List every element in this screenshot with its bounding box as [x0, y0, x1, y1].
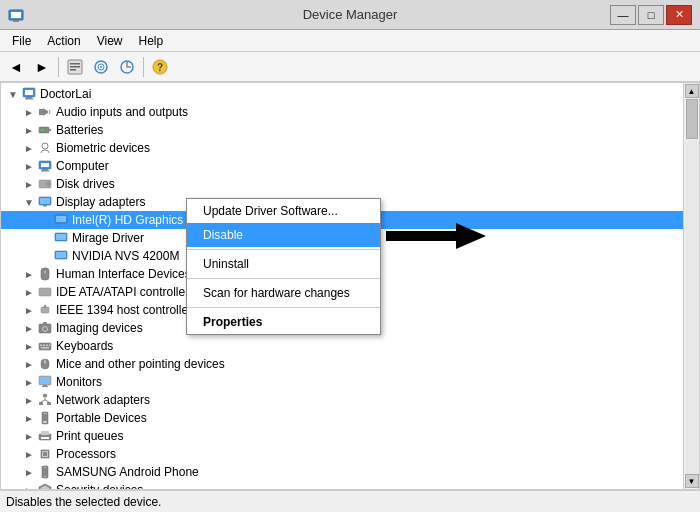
tree-label-monitors: Monitors — [56, 375, 102, 389]
tree-item-keyboards[interactable]: ► Keyboards — [1, 337, 683, 355]
scroll-up-button[interactable]: ▲ — [685, 84, 699, 98]
expand-monitors[interactable]: ► — [21, 377, 37, 388]
svg-rect-74 — [43, 452, 47, 456]
expand-diskdrives[interactable]: ► — [21, 179, 37, 190]
gpu-icon — [53, 212, 69, 228]
expand-ieee[interactable]: ► — [21, 305, 37, 316]
tree-item-computer[interactable]: ► Computer — [1, 157, 683, 175]
tree-item-diskdrives[interactable]: ► Disk drives — [1, 175, 683, 193]
ctx-separator-2 — [187, 278, 380, 279]
expand-imaging[interactable]: ► — [21, 323, 37, 334]
svg-rect-50 — [46, 345, 48, 347]
svg-rect-24 — [41, 163, 49, 167]
close-button[interactable]: ✕ — [666, 5, 692, 25]
help-button[interactable]: ? — [148, 55, 172, 79]
svg-rect-52 — [41, 347, 49, 349]
main-area: ▼ DoctorLai ► Audio inputs and outputs ►… — [0, 82, 700, 490]
ctx-update-driver[interactable]: Update Driver Software... — [187, 199, 380, 223]
tree-item-network[interactable]: ► Network adapters — [1, 391, 683, 409]
disk-icon — [37, 176, 53, 192]
back-button[interactable]: ◄ — [4, 55, 28, 79]
svg-rect-17 — [39, 109, 43, 115]
imaging-icon — [37, 320, 53, 336]
svg-rect-31 — [40, 198, 50, 204]
svg-rect-43 — [44, 305, 46, 308]
expand-audio[interactable]: ► — [21, 107, 37, 118]
scroll-down-button[interactable]: ▼ — [685, 474, 699, 488]
ctx-uninstall[interactable]: Uninstall — [187, 252, 380, 276]
menu-view[interactable]: View — [89, 32, 131, 50]
pc-icon — [37, 158, 53, 174]
expand-portable[interactable]: ► — [21, 413, 37, 424]
context-menu: Update Driver Software... Disable Uninst… — [186, 198, 381, 335]
tree-label-network: Network adapters — [56, 393, 150, 407]
properties-button[interactable] — [63, 55, 87, 79]
tree-item-processors[interactable]: ► Processors — [1, 445, 683, 463]
expand-processors[interactable]: ► — [21, 449, 37, 460]
expand-samsung[interactable]: ► — [21, 467, 37, 478]
expand-printq[interactable]: ► — [21, 431, 37, 442]
tree-item-samsung[interactable]: ► SAMSUNG Android Phone — [1, 463, 683, 481]
svg-rect-38 — [56, 252, 66, 258]
tree-item-biometric[interactable]: ► Biometric devices — [1, 139, 683, 157]
security-icon — [37, 482, 53, 489]
maximize-button[interactable]: □ — [638, 5, 664, 25]
menu-action[interactable]: Action — [39, 32, 88, 50]
svg-rect-51 — [49, 345, 51, 347]
scrollbar[interactable]: ▲ ▼ — [683, 83, 699, 489]
ctx-scan[interactable]: Scan for hardware changes — [187, 281, 380, 305]
app-icon — [8, 7, 24, 23]
minimize-button[interactable]: — — [610, 5, 636, 25]
scroll-thumb[interactable] — [686, 99, 698, 139]
hid-icon — [37, 266, 53, 282]
scan-button[interactable] — [89, 55, 113, 79]
tree-item-mice[interactable]: ► Mice and other pointing devices — [1, 355, 683, 373]
tree-item-monitors[interactable]: ► Monitors — [1, 373, 683, 391]
expand-display[interactable]: ▼ — [21, 197, 37, 208]
tree-item-portable[interactable]: ► Portable Devices — [1, 409, 683, 427]
svg-rect-26 — [41, 170, 49, 172]
update-button[interactable] — [115, 55, 139, 79]
tree-label-ieee: IEEE 1394 host controllers — [56, 303, 198, 317]
status-bar: Disables the selected device. — [0, 490, 700, 512]
tree-label-nvidia: NVIDIA NVS 4200M — [72, 249, 179, 263]
tree-label-keyboards: Keyboards — [56, 339, 113, 353]
expand-icon[interactable]: ▼ — [5, 89, 21, 100]
menu-help[interactable]: Help — [131, 32, 172, 50]
expand-hid[interactable]: ► — [21, 269, 37, 280]
svg-marker-18 — [43, 108, 48, 116]
svg-point-55 — [44, 361, 46, 363]
batteries-icon — [37, 122, 53, 138]
forward-button[interactable]: ► — [30, 55, 54, 79]
tree-label-ide: IDE ATA/ATAPI controllers — [56, 285, 195, 299]
menu-file[interactable]: File — [4, 32, 39, 50]
svg-rect-15 — [26, 97, 32, 98]
nvidia-icon — [53, 248, 69, 264]
audio-icon — [37, 104, 53, 120]
svg-rect-14 — [25, 90, 33, 95]
svg-rect-20 — [49, 129, 51, 131]
svg-rect-57 — [40, 377, 50, 384]
processor-icon — [37, 446, 53, 462]
tree-item-security[interactable]: ► Security devices — [1, 481, 683, 489]
scroll-track[interactable] — [685, 140, 699, 474]
expand-biometric[interactable]: ► — [21, 143, 37, 154]
tree-item-root[interactable]: ▼ DoctorLai — [1, 85, 683, 103]
tree-label-printq: Print queues — [56, 429, 123, 443]
tree-label-imaging: Imaging devices — [56, 321, 143, 335]
expand-network[interactable]: ► — [21, 395, 37, 406]
tree-label-audio: Audio inputs and outputs — [56, 105, 188, 119]
ctx-disable[interactable]: Disable — [187, 223, 380, 247]
tree-item-printq[interactable]: ► Print queues — [1, 427, 683, 445]
expand-ide[interactable]: ► — [21, 287, 37, 298]
tree-item-batteries[interactable]: ► Batteries — [1, 121, 683, 139]
ctx-properties[interactable]: Properties — [187, 310, 380, 334]
expand-mice[interactable]: ► — [21, 359, 37, 370]
expand-computer[interactable]: ► — [21, 161, 37, 172]
expand-batteries[interactable]: ► — [21, 125, 37, 136]
svg-rect-6 — [70, 69, 76, 71]
tree-item-audio[interactable]: ► Audio inputs and outputs — [1, 103, 683, 121]
expand-security[interactable]: ► — [21, 485, 37, 490]
svg-point-9 — [100, 66, 102, 68]
expand-keyboards[interactable]: ► — [21, 341, 37, 352]
